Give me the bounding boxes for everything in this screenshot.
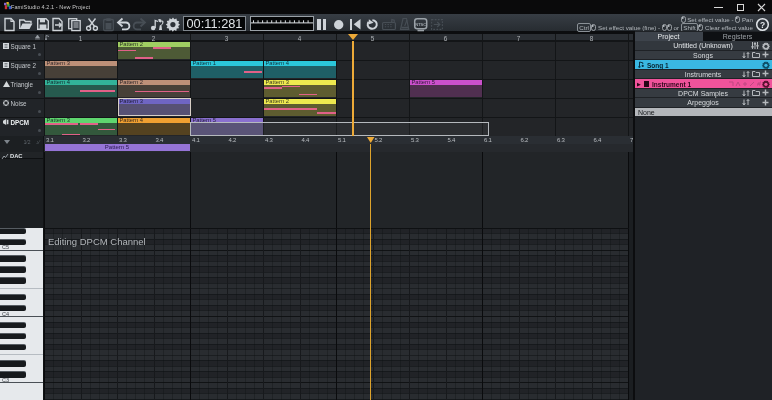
- svg-text:?: ?: [759, 19, 764, 29]
- svg-text:NTSC: NTSC: [415, 21, 426, 26]
